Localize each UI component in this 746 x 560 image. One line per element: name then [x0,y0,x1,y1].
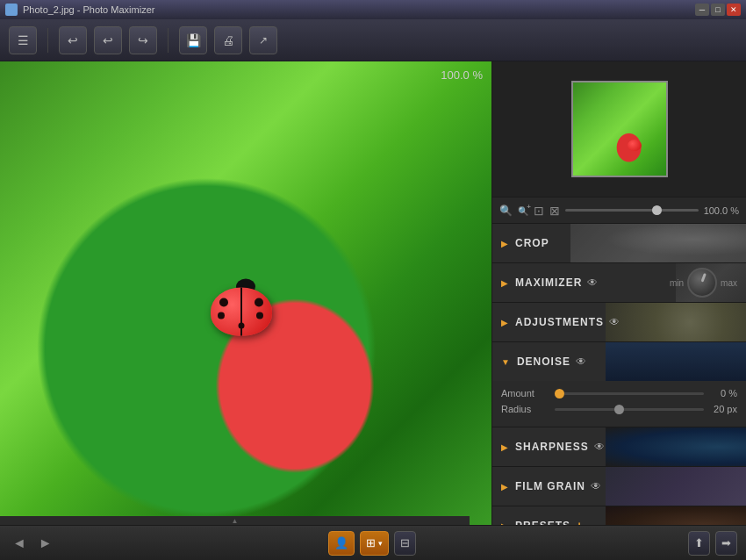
toolbar-separator-1 [47,28,48,53]
film-grain-eye-icon[interactable]: 👁 [591,480,601,492]
ladybug-dot-3 [255,298,263,307]
max-label: max [721,278,737,288]
film-section-bg [606,467,746,506]
radius-slider[interactable] [555,408,704,411]
bottom-right-controls: ⬆ ➡ [688,531,737,556]
adjustments-title: ADJUSTMENTS [515,316,604,328]
section-adjustments-header[interactable]: ▶ ADJUSTMENTS 👁 [492,303,746,341]
section-sharpness-header[interactable]: ▶ SHARPNESS 👁 [492,427,746,466]
amount-slider[interactable] [555,392,704,395]
film-grain-title: FILM GRAIN [515,480,585,492]
section-crop-header[interactable]: ▶ CROP [492,224,746,262]
close-button[interactable]: ✕ [727,4,741,16]
zoom-percent: 100.0 % [704,205,739,216]
maximizer-knob[interactable] [687,268,717,298]
exit-button[interactable]: ➡ [715,531,737,556]
next-arrow[interactable]: ► [35,532,56,555]
ladybug-body [211,288,272,336]
canvas-area[interactable]: 100.0 % [0,61,491,525]
fit-icon[interactable]: ⊡ [534,204,544,218]
save-icon: 💾 [186,33,201,47]
upload-button[interactable]: ⬆ [688,531,710,556]
compare-button[interactable]: ⊟ [394,531,416,556]
crop-view-button[interactable]: ⊞ ▾ [360,531,389,556]
print-button[interactable]: 🖨 [214,26,242,54]
section-denoise-header[interactable]: ▼ DENOISE 👁 [492,342,746,381]
crop-view-dropdown-icon: ▾ [378,539,383,548]
redo-forward-icon: ↪ [138,33,148,47]
radius-value: 20 px [709,404,737,414]
min-label: min [670,278,684,288]
amount-label: Amount [501,388,549,398]
section-adjustments: ▶ ADJUSTMENTS 👁 [492,303,746,342]
undo-icon: ↩ [68,33,78,47]
panel-sections: ▶ CROP ▶ MAXIMIZER 👁 min max [492,224,746,525]
zoom-slider-thumb[interactable] [652,205,662,215]
section-denoise: ▼ DENOISE 👁 Amount 0 % Radius [492,342,746,427]
person-button[interactable]: 👤 [328,531,355,556]
denoise-eye-icon[interactable]: 👁 [576,355,586,368]
thumbnail-area [492,61,746,197]
zoom-slider[interactable] [565,209,699,212]
redo-forward-button[interactable]: ↪ [129,26,157,54]
section-maximizer: ▶ MAXIMIZER 👁 min max [492,263,746,303]
maximizer-eye-icon[interactable]: 👁 [587,276,598,289]
toolbar-separator-2 [168,28,169,53]
toolbar: ☰ ↩ ↩ ↪ 💾 🖨 ↗ [0,19,746,61]
presets-plus-icon[interactable]: + [576,519,583,525]
thumbnail-ladybug [628,140,642,151]
titlebar-left: Photo_2.jpg - Photo Maximizer [5,4,154,16]
adjustments-arrow: ▶ [501,318,508,327]
ladybug-dot-5 [239,323,245,329]
window-controls: ─ □ ✕ [695,4,741,16]
denoise-section-bg [606,342,746,381]
photo-canvas [0,61,491,525]
main-content: 100.0 % [0,61,746,525]
section-crop: ▶ CROP [492,224,746,263]
sharpness-arrow: ▶ [501,442,508,452]
export-button[interactable]: ↗ [249,26,277,54]
denoise-content: Amount 0 % Radius 20 px [492,381,746,427]
zoom-controls: 🔍 🔍+ ⊡ ⊠ 100.0 % [492,197,746,224]
scroll-up-arrow: ▲ [232,517,239,525]
section-presets-header[interactable]: ▶ PRESETS + [492,506,746,525]
ladybug-dot-1 [219,298,228,307]
sharp-section-bg [606,427,746,466]
minimize-button[interactable]: ─ [695,4,709,16]
crop-section-bg [570,224,746,262]
undo-button[interactable]: ↩ [59,26,87,54]
section-sharpness: ▶ SHARPNESS 👁 [492,427,746,467]
radius-slider-thumb[interactable] [614,405,624,414]
exit-icon: ➡ [721,536,731,549]
adjustments-eye-icon[interactable]: 👁 [609,316,620,328]
save-button[interactable]: 💾 [179,26,207,54]
sharpness-title: SHARPNESS [515,441,589,453]
redo-back-icon: ↩ [103,33,113,47]
actual-size-icon[interactable]: ⊠ [549,204,560,218]
right-panel: 🔍 🔍+ ⊡ ⊠ 100.0 % ▶ CROP [491,61,746,525]
ladybug-dot-4 [256,312,263,319]
presets-section-bg [606,506,746,525]
zoom-in-icon[interactable]: 🔍+ [518,205,528,217]
amount-value: 0 % [709,388,737,398]
compare-icon: ⊟ [400,536,410,549]
radius-label: Radius [501,404,549,414]
redo-back-button[interactable]: ↩ [94,26,122,54]
canvas-zoom-label: 100.0 % [441,68,483,82]
bottom-toolbar: ◄ ► 👤 ⊞ ▾ ⊟ ⬆ ➡ [0,525,746,560]
zoom-out-icon[interactable]: 🔍 [499,205,513,217]
upload-icon: ⬆ [694,536,704,549]
presets-arrow: ▶ [501,521,508,526]
amount-row: Amount 0 % [501,388,737,398]
menu-button[interactable]: ☰ [9,26,37,54]
section-maximizer-header[interactable]: ▶ MAXIMIZER 👁 min max [492,263,746,302]
section-film-grain-header[interactable]: ▶ FILM GRAIN 👁 [492,467,746,506]
amount-slider-thumb[interactable] [555,389,564,398]
prev-arrow[interactable]: ◄ [9,532,30,555]
app-icon [5,4,18,16]
bottom-center-controls: 👤 ⊞ ▾ ⊟ [328,531,416,556]
print-icon: 🖨 [222,33,234,47]
bottom-left-controls: ◄ ► [9,532,56,555]
sharpness-eye-icon[interactable]: 👁 [594,441,605,453]
maximize-button[interactable]: □ [711,4,725,16]
